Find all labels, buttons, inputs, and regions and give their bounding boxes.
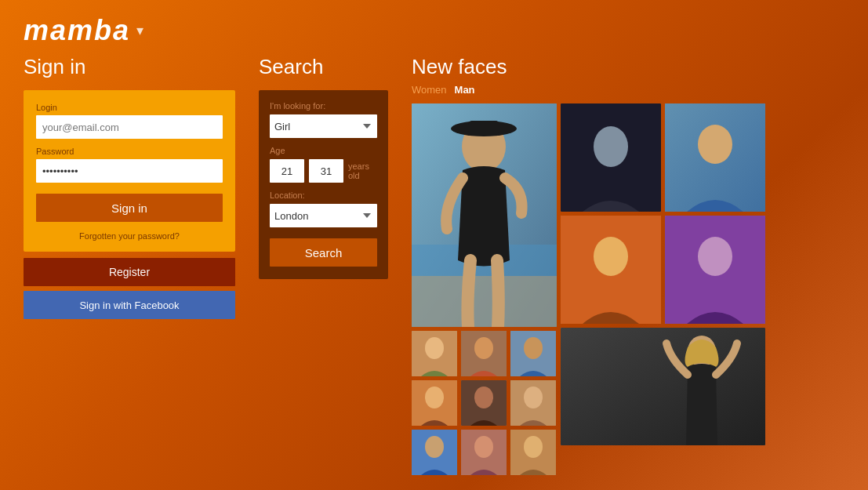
login-input[interactable] bbox=[36, 115, 223, 139]
facebook-signin-button[interactable]: Sign in with Facebook bbox=[24, 291, 235, 319]
logo-dropdown-icon[interactable]: ▾ bbox=[136, 22, 143, 39]
age-from-input[interactable] bbox=[270, 159, 304, 183]
photo-top-right-2[interactable] bbox=[665, 103, 765, 212]
search-button[interactable]: Search bbox=[270, 238, 377, 267]
newfaces-tabs: Women Man bbox=[412, 84, 844, 96]
svg-rect-5 bbox=[468, 121, 499, 135]
age-label: Age bbox=[270, 146, 377, 155]
header: mamba ▾ bbox=[0, 0, 868, 55]
looking-for-label: I'm looking for: bbox=[270, 101, 377, 111]
signin-box: Login Password Sign in Forgotten your pa… bbox=[24, 90, 235, 252]
svg-point-13 bbox=[425, 387, 444, 408]
svg-point-21 bbox=[474, 436, 493, 458]
logo[interactable]: mamba bbox=[24, 14, 130, 47]
svg-point-31 bbox=[698, 237, 732, 276]
tab-women[interactable]: Women bbox=[412, 84, 447, 96]
svg-point-15 bbox=[474, 387, 493, 408]
password-input[interactable] bbox=[36, 159, 223, 183]
svg-point-27 bbox=[698, 125, 732, 164]
register-button[interactable]: Register bbox=[24, 258, 235, 286]
photo-mid-right-1[interactable] bbox=[561, 216, 661, 324]
photos-grid bbox=[412, 103, 844, 475]
photo-small-6[interactable] bbox=[510, 380, 556, 426]
photo-small-4[interactable] bbox=[412, 380, 457, 426]
location-label: Location: bbox=[270, 191, 377, 200]
newfaces-panel: New faces Women Man bbox=[412, 55, 844, 475]
photo-small-7[interactable] bbox=[412, 430, 457, 475]
forgot-password-link[interactable]: Forgotten your password? bbox=[36, 231, 223, 241]
photo-large-bottom-right[interactable] bbox=[561, 328, 765, 445]
svg-point-23 bbox=[524, 436, 543, 458]
svg-point-25 bbox=[594, 126, 628, 167]
search-title: Search bbox=[259, 55, 388, 79]
login-label: Login bbox=[36, 103, 223, 112]
signin-panel: Sign in Login Password Sign in Forgotten… bbox=[24, 55, 235, 319]
age-suffix: years old bbox=[348, 162, 377, 180]
svg-point-9 bbox=[474, 337, 493, 359]
main-content: Sign in Login Password Sign in Forgotten… bbox=[0, 55, 868, 475]
svg-point-19 bbox=[425, 436, 444, 458]
photo-small-8[interactable] bbox=[461, 430, 507, 475]
photo-top-right-1[interactable] bbox=[561, 103, 661, 212]
age-row: years old bbox=[270, 159, 377, 183]
location-select[interactable]: London Paris Berlin bbox=[270, 204, 377, 227]
photo-small-2[interactable] bbox=[461, 331, 507, 376]
svg-point-17 bbox=[524, 387, 543, 408]
svg-point-29 bbox=[594, 237, 628, 276]
search-box: I'm looking for: Girl Man Age years old … bbox=[259, 90, 388, 279]
svg-point-7 bbox=[425, 337, 444, 359]
photo-mid-right-2[interactable] bbox=[665, 216, 765, 324]
looking-for-select[interactable]: Girl Man bbox=[270, 114, 377, 138]
age-to-input[interactable] bbox=[309, 159, 343, 183]
photo-small-3[interactable] bbox=[510, 331, 556, 376]
newfaces-title: New faces bbox=[412, 55, 844, 79]
password-label: Password bbox=[36, 147, 223, 156]
signin-button[interactable]: Sign in bbox=[36, 194, 223, 222]
photo-small-5[interactable] bbox=[461, 380, 507, 426]
svg-point-11 bbox=[524, 337, 543, 359]
photo-main-large[interactable] bbox=[412, 103, 557, 327]
photo-small-9[interactable] bbox=[510, 430, 556, 475]
svg-rect-2 bbox=[412, 276, 557, 327]
search-panel: Search I'm looking for: Girl Man Age yea… bbox=[259, 55, 388, 279]
tab-man[interactable]: Man bbox=[455, 84, 475, 96]
signin-title: Sign in bbox=[24, 55, 235, 79]
photo-small-1[interactable] bbox=[412, 331, 457, 376]
